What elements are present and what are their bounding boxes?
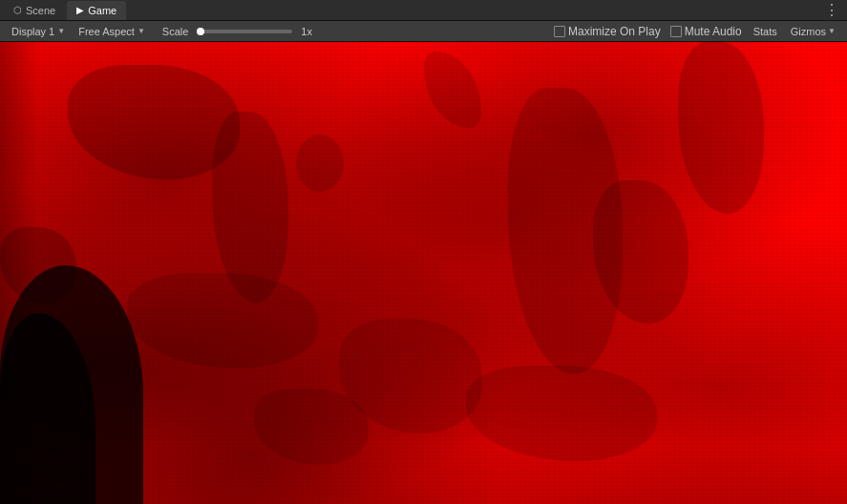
- tab-bar: ⬡ Scene ▶ Game ⋮: [0, 0, 847, 21]
- tab-overflow-button[interactable]: ⋮: [820, 3, 843, 18]
- game-icon: ▶: [76, 5, 84, 15]
- texture-patch-4: [508, 88, 623, 374]
- gizmos-dropdown[interactable]: Gizmos ▼: [785, 23, 841, 40]
- aspect-chevron-icon: ▼: [138, 27, 145, 35]
- texture-patch-8: [466, 366, 657, 461]
- texture-patch-6: [127, 273, 318, 368]
- tab-game-label: Game: [88, 5, 116, 16]
- texture-patch-2: [212, 112, 288, 303]
- texture-patch-10: [0, 227, 76, 304]
- game-canvas: [0, 42, 847, 504]
- maximize-label: Maximize On Play: [568, 25, 661, 38]
- gizmos-chevron-icon: ▼: [828, 27, 836, 35]
- stats-button[interactable]: Stats: [748, 23, 783, 40]
- texture-patch-5: [593, 180, 688, 324]
- texture-patch-3: [424, 52, 481, 128]
- corner-shadow: [0, 265, 143, 504]
- dark-silhouette: [0, 313, 95, 504]
- display-dropdown[interactable]: Display 1 ▼: [6, 23, 71, 40]
- scale-slider[interactable]: [197, 30, 292, 33]
- game-viewport: [0, 42, 847, 504]
- mute-label: Mute Audio: [685, 25, 742, 38]
- scene-icon: ⬡: [13, 5, 22, 15]
- game-toolbar: Display 1 ▼ Free Aspect ▼ Scale 1x Maxim…: [0, 21, 847, 42]
- edge-shadow-bottom: [0, 447, 847, 504]
- tab-game[interactable]: ▶ Game: [67, 1, 126, 20]
- overflow-icon: ⋮: [824, 2, 839, 18]
- display-label: Display 1: [11, 26, 54, 37]
- scale-value: 1x: [297, 26, 316, 37]
- texture-patch-12: [254, 388, 369, 465]
- edge-shadow-left: [0, 42, 38, 504]
- aspect-dropdown[interactable]: Free Aspect ▼: [73, 23, 151, 40]
- texture-patch-7: [339, 319, 482, 433]
- tab-scene-label: Scene: [26, 5, 55, 16]
- mute-checkbox: [670, 26, 682, 37]
- mute-audio-toggle[interactable]: Mute Audio: [667, 24, 746, 39]
- texture-patch-9: [678, 42, 764, 214]
- display-chevron-icon: ▼: [57, 27, 65, 35]
- texture-patch-1: [68, 65, 240, 179]
- toolbar-right: Maximize On Play Mute Audio Stats Gizmos…: [550, 23, 841, 40]
- scale-label: Scale: [159, 26, 193, 37]
- maximize-checkbox: [554, 26, 565, 37]
- scale-control: Scale 1x: [153, 23, 323, 40]
- gizmos-label: Gizmos: [791, 26, 826, 37]
- maximize-on-play-toggle[interactable]: Maximize On Play: [550, 24, 665, 39]
- texture-patch-11: [296, 135, 344, 192]
- aspect-label: Free Aspect: [78, 26, 135, 37]
- stats-label: Stats: [753, 26, 777, 37]
- scale-slider-thumb: [197, 28, 204, 35]
- tab-scene[interactable]: ⬡ Scene: [4, 1, 65, 20]
